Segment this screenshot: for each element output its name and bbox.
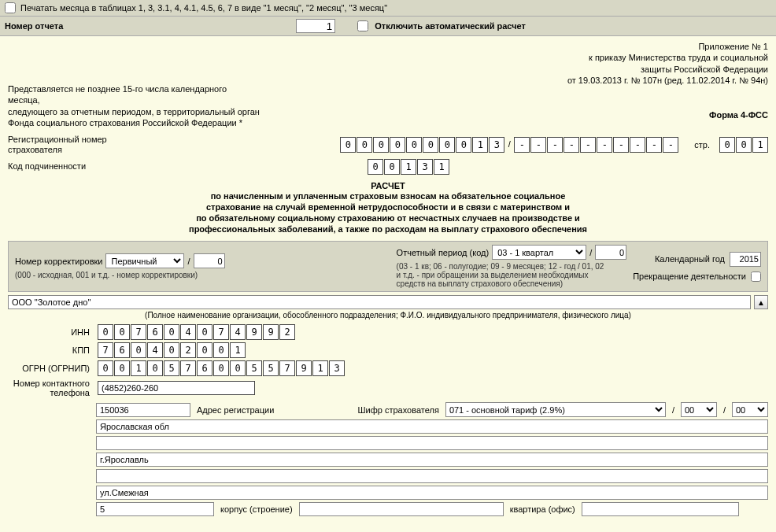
disable-autocalc-label: Отключить автоматический расчет (375, 21, 526, 31)
ogrn-label: ОГРН (ОГРНИП) (8, 364, 93, 373)
reg-no-cells[interactable]: 0000000013/---------- (340, 137, 678, 153)
corr-no-label: Номер корректировки (15, 257, 102, 266)
inn-label: ИНН (8, 327, 93, 337)
control-bar: Номер корректировки Первичный / (000 - и… (8, 241, 768, 292)
tariff-b-select[interactable]: 00 (732, 402, 768, 417)
apt-label: квартира (офис) (510, 504, 575, 514)
appendix-note: Приложение № 1 к приказу Министерства тр… (567, 41, 768, 128)
org-hint: (Полное наименование организации, обособ… (8, 311, 768, 320)
addr-apt-input[interactable] (582, 502, 739, 516)
reg-no-label: Регистрационный номер страхователя (8, 135, 118, 155)
phone-label: Номер контактного телефона (8, 379, 93, 397)
inn-cells[interactable]: 007604074992 (98, 324, 295, 340)
submission-note: Представляется не позднее 15-го числа ка… (8, 83, 260, 128)
addr-city-input[interactable] (96, 453, 768, 467)
print-months-label: Печатать месяца в таблицах 1, 3, 3.1, 4,… (20, 3, 387, 13)
phone-input[interactable] (98, 381, 255, 395)
report-no-input[interactable] (296, 19, 335, 33)
korpus-label: корпус (строение) (220, 504, 293, 514)
corr-no-input[interactable] (194, 253, 225, 268)
period-hint: (03 - 1 кв; 06 - полугодие; 09 - 9 месяц… (397, 262, 627, 288)
addr-house-input[interactable] (96, 502, 214, 516)
addr-korpus-input[interactable] (299, 502, 504, 516)
addr-district-input[interactable] (96, 436, 768, 450)
addr-locality-input[interactable] (96, 469, 768, 483)
corr-hint: (000 - исходная, 001 и т.д. - номер корр… (15, 271, 225, 279)
addr-index-label: Адрес регистрации (197, 405, 274, 415)
cease-checkbox[interactable] (751, 272, 761, 282)
period-select[interactable]: 03 - 1 квартал (492, 245, 586, 260)
subord-label: Код подчиненности (8, 161, 118, 172)
report-no-label: Номер отчета (5, 21, 63, 31)
org-name-input[interactable] (8, 295, 751, 309)
period-label: Отчетный период (код) (397, 248, 490, 257)
cease-label: Прекращение деятельности (633, 272, 746, 281)
addr-region-input[interactable] (96, 419, 768, 434)
page-cells[interactable]: 001 (719, 137, 768, 153)
report-no-bar: Номер отчета Отключить автоматический ра… (0, 17, 776, 36)
kpp-label: КПП (8, 345, 93, 355)
subord-cells[interactable]: 00131 (368, 159, 449, 175)
tariff-label: Шифр страхователя (358, 405, 439, 415)
org-dropdown-button[interactable]: ▲ (754, 295, 768, 309)
tariff-select[interactable]: 071 - основной тариф (2.9%) (445, 402, 666, 417)
ogrn-cells[interactable]: 001057600557913 (98, 360, 345, 376)
addr-index-input[interactable] (96, 403, 190, 417)
period-suffix-input[interactable] (595, 245, 626, 260)
kpp-cells[interactable]: 760402001 (98, 342, 246, 358)
corr-type-select[interactable]: Первичный (105, 253, 184, 268)
title-block: РАСЧЕТ по начисленным и уплаченным страх… (39, 181, 737, 235)
year-input[interactable] (730, 252, 761, 267)
print-months-checkbox[interactable] (5, 2, 16, 13)
addr-street-input[interactable] (96, 486, 768, 500)
print-months-bar: Печатать месяца в таблицах 1, 3, 3.1, 4,… (0, 0, 776, 17)
year-label: Календарный год (655, 254, 725, 264)
disable-autocalc-checkbox[interactable] (357, 20, 368, 31)
tariff-a-select[interactable]: 00 (681, 402, 717, 417)
page-label: стр. (694, 140, 710, 150)
